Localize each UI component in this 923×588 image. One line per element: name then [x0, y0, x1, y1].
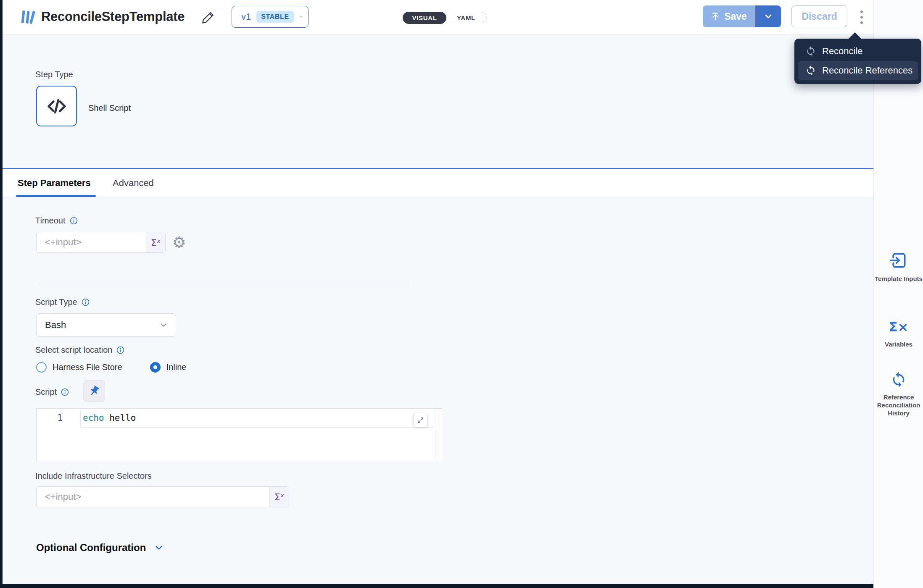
context-menu-arrow [848, 32, 862, 39]
script-location-label-row: Select script location [35, 345, 124, 355]
header: ReconcileStepTemplate v1 STABLE VISUAL Y… [3, 0, 873, 35]
editor-expand-button[interactable] [413, 413, 427, 427]
sidebar-item-label: Variables [885, 340, 912, 348]
save-button-label: Save [724, 11, 747, 22]
step-type-value: Shell Script [88, 103, 131, 113]
editor-gutter: 1 [37, 409, 80, 461]
step-parameters-panel: Timeout Σˣ ⚙ Script Type Bash Select scr… [3, 197, 873, 584]
save-button[interactable]: Save [703, 5, 755, 27]
right-sidebar: Template Inputs Σ× Variables Reference R… [873, 0, 923, 588]
timeout-label-row: Timeout [35, 216, 78, 226]
chevron-down-icon [763, 11, 773, 21]
script-location-radio-group: Harness File Store Inline [36, 362, 186, 373]
code-icon [45, 95, 68, 118]
radio-harness-file-store-label[interactable]: Harness File Store [53, 362, 122, 372]
sidebar-item-variables[interactable]: Σ× Variables [874, 318, 923, 348]
visual-yaml-toggle: VISUAL YAML [403, 12, 487, 23]
section-divider [36, 283, 412, 283]
sidebar-item-reference-reconciliation-history[interactable]: Reference Reconciliation History [874, 371, 923, 417]
reconcile-history-icon [890, 371, 907, 388]
more-options-kebab-button[interactable] [856, 8, 868, 27]
template-inputs-icon [889, 251, 908, 270]
radio-harness-file-store[interactable] [36, 362, 47, 373]
template-studio-page: ReconcileStepTemplate v1 STABLE VISUAL Y… [0, 0, 923, 588]
menu-item-reconcile-references[interactable]: Reconcile References [798, 61, 918, 80]
pin-script-button[interactable] [83, 380, 105, 402]
script-label: Script [35, 387, 57, 397]
sidebar-item-template-inputs[interactable]: Template Inputs [874, 251, 923, 283]
gear-icon: ⚙ [172, 234, 186, 252]
code-line: echo hello [83, 413, 136, 423]
chevron-down-icon [159, 320, 168, 330]
chevron-down-icon [299, 13, 302, 21]
toggle-visual[interactable]: VISUAL [403, 12, 446, 24]
reconcile-icon [805, 46, 816, 57]
timeout-label: Timeout [35, 216, 66, 226]
tab-advanced[interactable]: Advanced [113, 169, 154, 197]
optional-configuration-toggle[interactable]: Optional Configuration [36, 542, 164, 554]
code-keyword: echo [83, 413, 104, 423]
timeout-fx-button[interactable]: Σˣ [146, 232, 165, 252]
script-type-label-row: Script Type [35, 297, 90, 307]
info-icon[interactable] [116, 346, 124, 354]
line-number: 1 [57, 413, 63, 423]
script-code-editor[interactable]: 1 echo hello [36, 408, 442, 461]
menu-item-reconcile[interactable]: Reconcile [798, 42, 918, 60]
timeout-field: Σˣ [36, 232, 166, 253]
bottom-edge-strip [0, 584, 873, 588]
editor-scrollbar[interactable] [435, 409, 442, 461]
expand-icon [417, 417, 424, 424]
discard-button[interactable]: Discard [791, 5, 847, 27]
pushpin-icon [88, 385, 100, 397]
menu-item-label: Reconcile [822, 46, 863, 57]
script-type-label: Script Type [35, 297, 77, 307]
infra-selectors-label: Include Infrastructure Selectors [35, 471, 152, 481]
script-type-value: Bash [45, 320, 66, 331]
save-options-caret-button[interactable] [755, 5, 781, 27]
optional-configuration-label: Optional Configuration [36, 542, 146, 554]
radio-inline-label[interactable]: Inline [166, 362, 187, 372]
version-selector[interactable]: v1 STABLE [232, 6, 309, 28]
version-stable-badge: STABLE [256, 11, 293, 23]
script-label-row: Script [35, 387, 69, 397]
chevron-down-icon [153, 542, 164, 553]
tab-step-parameters[interactable]: Step Parameters [18, 169, 91, 197]
info-icon[interactable] [61, 388, 69, 396]
upload-icon [711, 12, 720, 21]
sidebar-item-label: Reference Reconciliation History [874, 393, 923, 417]
version-label: v1 [241, 11, 251, 22]
template-library-icon [19, 8, 37, 26]
infra-selectors-field: Σˣ [36, 486, 289, 507]
script-type-select[interactable]: Bash [36, 313, 176, 337]
tab-bar: Step Parameters Advanced [3, 168, 873, 197]
edit-title-pencil-icon[interactable] [201, 10, 215, 25]
page-title: ReconcileStepTemplate [41, 9, 185, 24]
reconcile-references-icon [805, 65, 816, 76]
step-type-section: Step Type Shell Script [3, 35, 873, 168]
sidebar-item-label: Template Inputs [875, 275, 923, 283]
timeout-settings-gear-button[interactable]: ⚙ [170, 234, 188, 252]
step-type-card[interactable] [36, 86, 77, 126]
code-text: hello [104, 413, 136, 423]
infra-selectors-fx-button[interactable]: Σˣ [269, 487, 289, 507]
radio-inline[interactable] [150, 362, 161, 373]
toggle-yaml[interactable]: YAML [446, 12, 486, 24]
context-menu: Reconcile Reconcile References [794, 39, 921, 84]
info-icon[interactable] [70, 217, 78, 225]
step-type-label: Step Type [35, 70, 73, 79]
menu-item-label: Reconcile References [822, 65, 912, 76]
info-icon[interactable] [82, 298, 90, 306]
infra-selectors-input[interactable] [37, 487, 289, 507]
script-location-label: Select script location [35, 345, 112, 355]
sigma-x-icon: Σ× [889, 318, 908, 335]
